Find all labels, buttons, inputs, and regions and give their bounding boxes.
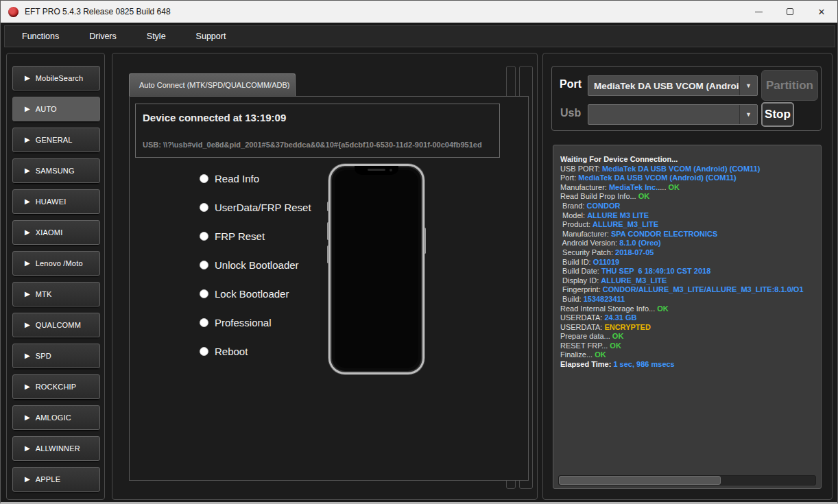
- operation-option-reboot[interactable]: Reboot: [200, 337, 326, 365]
- menu-support[interactable]: Support: [186, 27, 237, 45]
- play-icon: ▶: [25, 229, 30, 236]
- sidebar-item-auto[interactable]: ▶AUTO: [12, 97, 100, 121]
- sidebar-item-apple[interactable]: ▶APPLE: [12, 467, 100, 492]
- operation-option-frp-reset[interactable]: FRP Reset: [200, 221, 326, 250]
- log-line: Finalize... OK: [560, 350, 818, 360]
- sidebar-item-label: Lenovo /Moto: [36, 259, 83, 267]
- sidebar-list: ▶MobileSearch▶AUTO▶GENERAL▶SAMSUNG▶HUAWE…: [12, 66, 100, 498]
- radio-icon: [200, 289, 208, 298]
- log-line: Fingerprint: CONDOR/ALLURE_M3_LITE/ALLUR…: [560, 285, 818, 295]
- partition-button[interactable]: Partition: [761, 70, 818, 101]
- usb-label: Usb: [560, 107, 581, 119]
- phone-speaker: [368, 169, 385, 171]
- radio-icon: [200, 347, 208, 356]
- log-line: Prepare data... OK: [560, 332, 818, 341]
- phone-notch: [355, 166, 398, 175]
- play-icon: ▶: [25, 198, 30, 205]
- log-line: Build Date: THU SEP 6 18:49:10 CST 2018: [560, 267, 818, 276]
- log-line: Build ID: O11019: [560, 258, 818, 267]
- menu-style[interactable]: Style: [136, 27, 176, 45]
- sidebar-item-xiaomi[interactable]: ▶XIAOMI: [12, 220, 100, 245]
- radio-icon: [200, 318, 208, 327]
- menu-drivers[interactable]: Drivers: [79, 27, 127, 45]
- sidebar-item-mtk[interactable]: ▶MTK: [12, 282, 100, 307]
- sidebar-item-label: MTK: [36, 290, 52, 298]
- log-horizontal-scrollbar[interactable]: [558, 475, 816, 485]
- sidebar-item-spd[interactable]: ▶SPD: [12, 344, 100, 368]
- device-status-text: Device connected at 13:19:09: [143, 112, 286, 123]
- progress-thumb[interactable]: [559, 476, 721, 485]
- menubar: Functions Drivers Style Support: [4, 25, 835, 47]
- tab-auto-connect[interactable]: Auto Connect (MTK/SPD/QUALCOMM/ADB): [129, 73, 296, 96]
- sidebar-item-allwinner[interactable]: ▶ALLWINNER: [12, 436, 100, 461]
- device-info-box: Device connected at 13:19:09 USB: \\?\us…: [135, 104, 500, 158]
- menu-functions[interactable]: Functions: [12, 27, 69, 45]
- sidebar-item-samsung[interactable]: ▶SAMSUNG: [12, 158, 100, 183]
- play-icon: ▶: [25, 75, 30, 82]
- radio-icon: [200, 203, 208, 212]
- sidebar-item-label: SPD: [36, 352, 51, 360]
- play-icon: ▶: [25, 260, 30, 267]
- sidebar-item-label: AMLOGIC: [36, 413, 71, 422]
- sidebar-item-label: SAMSUNG: [36, 167, 75, 175]
- phone-screen: [335, 170, 418, 368]
- window-title: EFT PRO 5.4.3 Release 0825 Build 648: [25, 7, 171, 16]
- sidebar-item-mobilesearch[interactable]: ▶MobileSearch: [12, 66, 100, 91]
- operation-option-unlock-bootloader[interactable]: Unlock Bootloader: [200, 250, 326, 279]
- titlebar: EFT PRO 5.4.3 Release 0825 Build 648 ✕: [1, 1, 837, 23]
- phone-volume-down-key: [327, 245, 329, 263]
- sidebar-item-label: MobileSearch: [36, 74, 84, 82]
- operation-label: Professional: [215, 317, 272, 328]
- operation-label: Lock Bootloader: [215, 288, 289, 300]
- chevron-down-icon: ▼: [739, 105, 757, 124]
- operation-option-professional[interactable]: Professional: [200, 308, 326, 337]
- log-line: Elapsed Time: 1 sec, 986 msecs: [560, 360, 818, 370]
- sidebar-item-qualcomm[interactable]: ▶QUALCOMM: [12, 313, 100, 337]
- play-icon: ▶: [25, 291, 30, 298]
- radio-icon: [200, 232, 208, 241]
- sidebar-item-rockchip[interactable]: ▶ROCKCHIP: [12, 374, 100, 399]
- log-line: Display ID: ALLURE_M3_LITE: [560, 276, 818, 286]
- chevron-down-icon: ▼: [739, 76, 757, 95]
- sidebar-item-general[interactable]: ▶GENERAL: [12, 128, 100, 152]
- sidebar: ▶MobileSearch▶AUTO▶GENERAL▶SAMSUNG▶HUAWE…: [6, 53, 105, 500]
- app-window: EFT PRO 5.4.3 Release 0825 Build 648 ✕ F…: [0, 0, 838, 504]
- close-button[interactable]: ✕: [806, 1, 837, 23]
- sidebar-item-amlogic[interactable]: ▶AMLOGIC: [12, 405, 100, 430]
- play-icon: ▶: [25, 383, 30, 390]
- operation-label: FRP Reset: [215, 230, 265, 242]
- port-select[interactable]: MediaTek DA USB VCOM (Android) ▼: [588, 75, 758, 96]
- usb-select[interactable]: ▼: [588, 104, 758, 125]
- sidebar-item-label: GENERAL: [36, 136, 73, 144]
- radio-icon: [200, 174, 208, 183]
- sidebar-item-label: ALLWINNER: [36, 444, 80, 453]
- log-line: Build: 1534823411: [560, 295, 818, 304]
- maximize-button[interactable]: [774, 1, 806, 23]
- close-icon: ✕: [818, 8, 826, 16]
- operation-option-lock-bootloader[interactable]: Lock Bootloader: [200, 279, 326, 308]
- play-icon: ▶: [25, 167, 30, 174]
- operation-label: Read Info: [215, 173, 259, 184]
- sidebar-item-label: ROCKCHIP: [36, 383, 77, 391]
- log-line: USERDATA: ENCRYPTED: [560, 323, 818, 333]
- operation-option-userdata-frp-reset[interactable]: UserData/FRP Reset: [200, 193, 326, 221]
- log-line: Android Version: 8.1.0 (Oreo): [560, 239, 818, 248]
- log-line: Product: ALLURE_M3_LITE: [560, 220, 818, 230]
- log-line: USERDATA: 24.31 GB: [560, 313, 818, 323]
- app-icon: [8, 7, 19, 17]
- minimize-button[interactable]: [743, 1, 774, 23]
- operation-option-read-info[interactable]: Read Info: [200, 164, 326, 193]
- port-label: Port: [560, 78, 582, 91]
- sidebar-item-lenovo-moto[interactable]: ▶Lenovo /Moto: [12, 251, 100, 276]
- phone-image: [328, 164, 424, 374]
- log-line: Security Patch: 2018-07-05: [560, 248, 818, 258]
- log-line: Port: MediaTek DA USB VCOM (Android) (CO…: [560, 173, 818, 183]
- stop-button[interactable]: Stop: [761, 102, 794, 127]
- phone-mute-key: [327, 202, 329, 211]
- sidebar-item-label: HUAWEI: [36, 197, 67, 206]
- maximize-icon: [787, 8, 793, 15]
- phone-power-key: [424, 228, 426, 254]
- window-controls: ✕: [743, 1, 837, 23]
- port-controls: Port MediaTek DA USB VCOM (Android) ▼ Pa…: [551, 66, 822, 131]
- sidebar-item-huawei[interactable]: ▶HUAWEI: [12, 189, 100, 214]
